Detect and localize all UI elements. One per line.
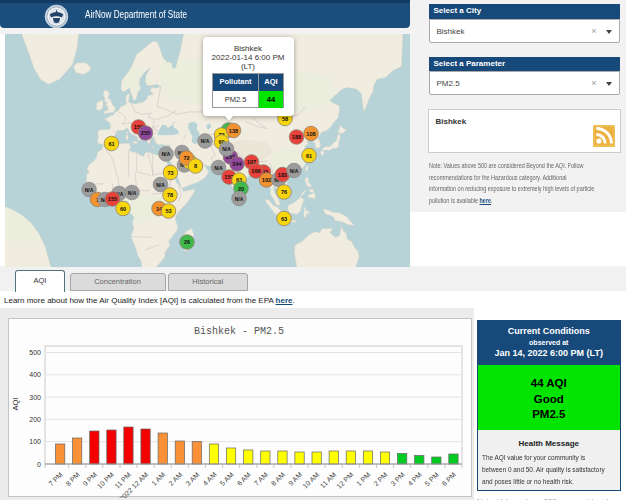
svg-text:3 PM: 3 PM: [389, 471, 406, 488]
svg-text:AQI: AQI: [11, 398, 20, 411]
svg-text:12 PM: 12 PM: [335, 471, 354, 490]
svg-text:188: 188: [292, 134, 301, 140]
svg-text:1 AM: 1 AM: [150, 471, 166, 487]
svg-text:6 PM: 6 PM: [441, 471, 458, 488]
svg-text:5 AM: 5 AM: [219, 471, 235, 487]
svg-text:255: 255: [141, 130, 150, 136]
svg-text:344: 344: [232, 161, 242, 167]
svg-text:N/A: N/A: [235, 195, 244, 201]
svg-text:63: 63: [281, 215, 287, 221]
svg-text:8 AM: 8 AM: [270, 471, 286, 487]
svg-text:53: 53: [165, 208, 171, 214]
svg-text:10 AM: 10 AM: [301, 471, 320, 490]
svg-text:166: 166: [251, 168, 260, 174]
svg-text:7 PM: 7 PM: [47, 471, 64, 488]
svg-text:N/A: N/A: [214, 164, 223, 170]
svg-text:60: 60: [120, 205, 126, 211]
svg-text:N/A: N/A: [85, 186, 94, 192]
svg-text:0: 0: [37, 461, 41, 468]
svg-text:108: 108: [306, 130, 315, 136]
svg-text:N/A: N/A: [128, 189, 137, 195]
svg-text:7 AM: 7 AM: [253, 471, 269, 487]
svg-text:8: 8: [194, 163, 197, 169]
svg-text:8 PM: 8 PM: [64, 471, 81, 488]
svg-text:58: 58: [282, 115, 288, 121]
svg-text:10 PM: 10 PM: [96, 471, 115, 490]
svg-text:20: 20: [238, 185, 244, 191]
svg-text:76: 76: [281, 189, 287, 195]
svg-text:73: 73: [167, 169, 173, 175]
svg-text:11 AM: 11 AM: [319, 471, 338, 490]
svg-text:155: 155: [108, 196, 117, 202]
svg-text:138: 138: [229, 127, 238, 133]
svg-text:N/A: N/A: [162, 151, 171, 157]
svg-text:4 PM: 4 PM: [406, 471, 423, 488]
svg-text:26: 26: [184, 239, 190, 245]
svg-text:102: 102: [262, 177, 271, 183]
svg-text:N/A: N/A: [156, 181, 165, 187]
svg-text:2 AM: 2 AM: [167, 471, 183, 487]
svg-text:6 AM: 6 AM: [236, 471, 252, 487]
svg-text:N/A: N/A: [290, 167, 299, 173]
svg-text:500: 500: [29, 349, 41, 356]
svg-text:5 PM: 5 PM: [424, 471, 441, 488]
svg-text:3 AM: 3 AM: [184, 471, 200, 487]
svg-text:200: 200: [29, 416, 41, 423]
svg-text:Bishkek - PM2.5: Bishkek - PM2.5: [194, 326, 284, 337]
svg-text:2 PM: 2 PM: [372, 471, 389, 488]
svg-text:400: 400: [29, 371, 41, 378]
svg-text:4 AM: 4 AM: [201, 471, 217, 487]
svg-text:300: 300: [29, 394, 41, 401]
svg-text:61: 61: [108, 140, 114, 146]
svg-text:100: 100: [29, 438, 41, 445]
svg-text:72: 72: [183, 155, 189, 161]
svg-text:N/A: N/A: [222, 146, 231, 152]
svg-text:78: 78: [167, 192, 173, 198]
svg-text:61: 61: [306, 152, 312, 158]
svg-text:N/A: N/A: [201, 138, 210, 144]
svg-text:1 PM: 1 PM: [355, 471, 372, 488]
svg-text:182: 182: [278, 171, 287, 177]
